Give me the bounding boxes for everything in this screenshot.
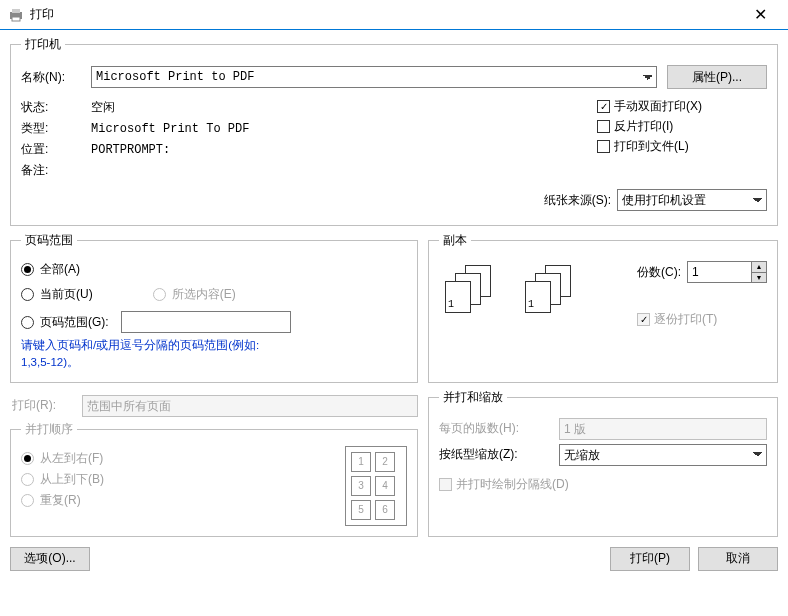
comment-label: 备注: [21,162,91,179]
order-legend: 并打顺序 [21,421,77,438]
printer-icon [8,7,24,23]
source-label: 纸张来源(S): [544,192,611,209]
copies-label: 份数(C): [637,264,681,281]
order-lr-radio: 从左到右(F) [21,450,345,467]
copies-spinner[interactable]: 1 ▲▼ [687,261,767,283]
perpage-label: 每页的版数(H): [439,420,559,437]
svg-rect-1 [12,9,20,13]
range-selection-radio: 所选内容(E) [153,286,236,303]
collate-preview: 3 2 1 3 2 1 [445,265,575,315]
collate-checkbox: 逐份打印(T) [637,311,767,328]
printer-name-select[interactable]: Microsoft Print to PDF [91,66,657,88]
order-repeat-radio: 重复(R) [21,492,345,509]
range-pages-radio[interactable]: 页码范围(G): [21,311,407,333]
svg-rect-2 [12,17,20,21]
window-title: 打印 [30,6,740,23]
titlebar: 打印 ✕ [0,0,788,30]
order-tb-radio: 从上到下(B) [21,471,345,488]
zoom-group: 并打和缩放 每页的版数(H): 1 版 按纸型缩放(Z): 无缩放 并打时绘制分… [428,389,778,537]
mirror-checkbox[interactable]: 反片打印(I) [597,118,767,135]
type-value: Microsoft Print To PDF [91,122,249,136]
where-label: 位置: [21,141,91,158]
tofile-checkbox[interactable]: 打印到文件(L) [597,138,767,155]
spin-up-icon[interactable]: ▲ [752,262,766,273]
printwhat-label: 打印(R): [12,397,82,414]
name-label: 名称(N): [21,69,91,86]
range-legend: 页码范围 [21,232,77,249]
print-button[interactable]: 打印(P) [610,547,690,571]
range-current-radio[interactable]: 当前页(U) [21,286,93,303]
printer-legend: 打印机 [21,36,65,53]
duplex-checkbox[interactable]: 手动双面打印(X) [597,98,767,115]
status-value: 空闲 [91,99,115,116]
status-label: 状态: [21,99,91,116]
divider-checkbox: 并打时绘制分隔线(D) [439,476,767,493]
range-pages-input[interactable] [121,311,291,333]
type-label: 类型: [21,120,91,137]
range-all-radio[interactable]: 全部(A) [21,261,407,278]
scale-label: 按纸型缩放(Z): [439,446,559,463]
copies-group: 副本 3 2 1 3 2 1 份数(C): [428,232,778,383]
properties-button[interactable]: 属性(P)... [667,65,767,89]
scale-select[interactable]: 无缩放 [559,444,767,466]
printwhat-select: 范围中所有页面 [82,395,418,417]
order-group: 并打顺序 从左到右(F) 从上到下(B) 重复(R) 123456 [10,421,418,537]
copies-legend: 副本 [439,232,471,249]
printer-group: 打印机 名称(N): Microsoft Print to PDF 属性(P).… [10,36,778,226]
cancel-button[interactable]: 取消 [698,547,778,571]
zoom-legend: 并打和缩放 [439,389,507,406]
options-button[interactable]: 选项(O)... [10,547,90,571]
range-hint: 请键入页码和/或用逗号分隔的页码范围(例如: 1,3,5-12)。 [21,337,407,372]
where-value: PORTPROMPT: [91,143,170,157]
paper-source-select[interactable]: 使用打印机设置 [617,189,767,211]
page-range-group: 页码范围 全部(A) 当前页(U) 所选内容(E) 页码范围(G): 请键入页码… [10,232,418,383]
spin-down-icon[interactable]: ▼ [752,273,766,283]
order-preview-icon: 123456 [345,446,407,526]
close-button[interactable]: ✕ [740,5,780,24]
perpage-select: 1 版 [559,418,767,440]
